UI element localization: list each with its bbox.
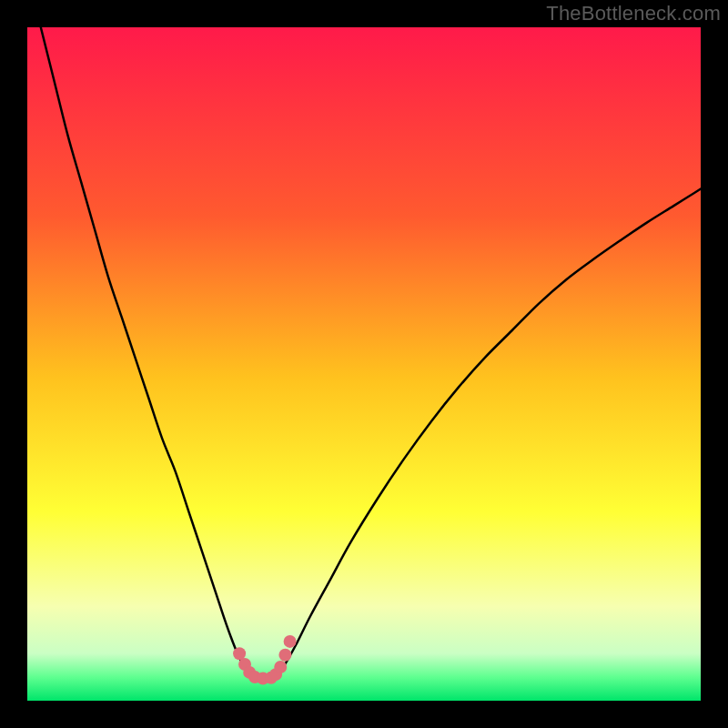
chart-frame: TheBottleneck.com <box>0 0 728 728</box>
marker-point <box>274 661 287 673</box>
series-right-branch <box>273 189 701 678</box>
marker-point <box>233 647 246 660</box>
marker-point <box>278 649 291 662</box>
series-group <box>41 27 701 679</box>
marker-point <box>284 635 297 648</box>
markers-group <box>233 635 297 685</box>
watermark-text: TheBottleneck.com <box>546 2 721 25</box>
plot-area <box>27 27 701 701</box>
series-left-branch <box>41 27 257 677</box>
chart-svg <box>27 27 701 701</box>
